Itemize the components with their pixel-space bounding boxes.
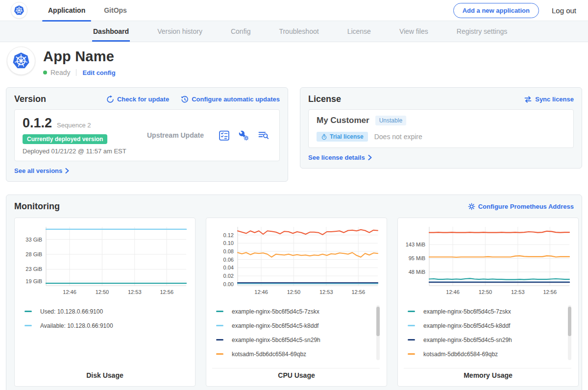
- svg-text:0.10: 0.10: [223, 240, 234, 246]
- add-application-button[interactable]: Add a new application: [453, 3, 539, 18]
- license-type-badge: Trial license: [317, 132, 368, 142]
- memory-usage-legend: example-nginx-5bc6f5d4c5-7zskxexample-ng…: [404, 304, 571, 368]
- svg-text:95 MiB: 95 MiB: [409, 255, 425, 261]
- deploy-logs-icon[interactable]: [258, 130, 270, 141]
- sync-license-link[interactable]: Sync license: [524, 96, 574, 103]
- legend-label: example-nginx-5bc6f5d4c5-k8ddf: [232, 322, 318, 329]
- disk-usage-panel: 19 GiB23 GiB28 GiB33 GiB12:4612:5012:531…: [14, 218, 196, 387]
- edit-config-link[interactable]: Edit config: [82, 69, 115, 76]
- stopwatch-icon: [321, 134, 327, 140]
- svg-text:12:56: 12:56: [160, 289, 173, 295]
- memory-usage-panel: 48 MiB95 MiB143 MiB12:4612:5012:5312:56 …: [397, 218, 579, 387]
- subnav-tab-registry-settings[interactable]: Registry settings: [456, 21, 508, 42]
- legend-swatch: [24, 325, 32, 326]
- legend-swatch: [408, 339, 415, 341]
- legend-swatch: [24, 311, 32, 312]
- legend-item: example-nginx-5bc6f5d4c5-7zskx: [408, 304, 571, 318]
- license-card: License Sync license My Customer Unstabl…: [300, 87, 582, 169]
- auto-update-clock-icon: [181, 96, 189, 103]
- svg-text:12:50: 12:50: [287, 289, 301, 295]
- chevron-right-icon: [368, 155, 372, 160]
- svg-text:12:53: 12:53: [511, 289, 525, 295]
- configure-prometheus-link[interactable]: Configure Prometheus Address: [468, 203, 574, 210]
- cpu-usage-chart: 0.000.020.040.060.080.100.1212:4612:5012…: [212, 223, 381, 297]
- version-number: 0.1.2: [23, 116, 52, 131]
- check-for-update-link[interactable]: Check for update: [106, 96, 169, 103]
- deployed-badge: Currently deployed version: [23, 134, 107, 144]
- legend-item: example-nginx-5bc6f5d4c5-k8ddf: [216, 318, 380, 333]
- app-status-text: Ready: [50, 69, 70, 76]
- legend-swatch: [216, 353, 223, 355]
- svg-text:12:50: 12:50: [479, 289, 492, 295]
- configure-auto-updates-link[interactable]: Configure automatic updates: [181, 96, 280, 103]
- svg-text:0.06: 0.06: [223, 257, 234, 263]
- svg-text:0.08: 0.08: [223, 248, 234, 254]
- legend-label: kotsadm-5db6dc6584-69qbz: [423, 351, 498, 358]
- legend-item: example-nginx-5bc6f5d4c5-7zskx: [216, 304, 380, 318]
- cpu-usage-legend: example-nginx-5bc6f5d4c5-7zskxexample-ng…: [212, 304, 380, 368]
- subnav-tab-troubleshoot[interactable]: Troubleshoot: [278, 21, 319, 42]
- legend-scrollbar[interactable]: [376, 305, 380, 360]
- svg-text:143 MiB: 143 MiB: [406, 242, 425, 247]
- chevron-right-icon: [65, 168, 69, 173]
- check-for-update-label: Check for update: [117, 96, 169, 103]
- memory-usage-title: Memory Usage: [404, 368, 572, 379]
- legend-swatch: [408, 353, 415, 355]
- svg-text:12:46: 12:46: [63, 289, 76, 295]
- nav-tab-application[interactable]: Application: [42, 0, 91, 21]
- svg-text:12:56: 12:56: [543, 289, 557, 295]
- memory-usage-chart: 48 MiB95 MiB143 MiB12:4612:5012:5312:56: [404, 223, 572, 297]
- legend-label: example-nginx-5bc6f5d4c5-7zskx: [232, 308, 319, 315]
- svg-text:12:50: 12:50: [96, 289, 109, 295]
- legend-swatch: [408, 311, 415, 312]
- legend-swatch: [408, 325, 415, 326]
- monitoring-card: Monitoring Configure Prometheus Address …: [6, 195, 582, 390]
- license-card-title: License: [308, 94, 341, 104]
- see-license-details-label: See license details: [308, 154, 365, 161]
- license-type-label: Trial license: [330, 133, 364, 140]
- svg-text:19 GiB: 19 GiB: [25, 278, 42, 284]
- svg-text:12:46: 12:46: [446, 289, 460, 295]
- legend-item: example-nginx-5bc6f5d4c5-sn29h: [216, 333, 380, 347]
- sync-icon: [524, 96, 532, 103]
- legend-scrollbar-thumb[interactable]: [376, 307, 380, 336]
- sync-license-label: Sync license: [535, 96, 574, 103]
- deployed-timestamp: Deployed 01/21/22 @ 11:57 am EST: [23, 147, 140, 155]
- license-expiry: Does not expire: [374, 133, 422, 141]
- subnav-tab-version-history[interactable]: Version history: [156, 21, 203, 42]
- nav-tab-gitops[interactable]: GitOps: [98, 0, 133, 21]
- legend-label: Used: 10.128.0.66:9100: [40, 308, 103, 315]
- legend-scrollbar-thumb[interactable]: [568, 307, 571, 336]
- svg-text:33 GiB: 33 GiB: [25, 237, 42, 243]
- legend-label: Available: 10.128.0.66:9100: [40, 322, 113, 329]
- cpu-usage-title: CPU Usage: [212, 368, 381, 379]
- channel-badge: Unstable: [375, 116, 406, 125]
- svg-text:0.00: 0.00: [223, 281, 234, 287]
- preflight-checks-icon[interactable]: [219, 130, 230, 141]
- legend-item: example-nginx-5bc6f5d4c5-sn29h: [408, 333, 571, 347]
- svg-text:0.02: 0.02: [223, 273, 234, 279]
- divider: [76, 69, 76, 76]
- license-detail-panel: My Customer Unstable Trial license Does …: [308, 109, 574, 148]
- legend-item: kotsadm-5db6dc6584-69qbz: [408, 347, 571, 361]
- subnav-tab-license[interactable]: License: [346, 21, 372, 42]
- see-all-versions-label: See all versions: [14, 167, 62, 174]
- kubernetes-logo-icon: [13, 4, 25, 16]
- legend-scrollbar[interactable]: [568, 305, 571, 360]
- svg-text:12:46: 12:46: [254, 289, 268, 295]
- view-config-wrench-icon[interactable]: [238, 130, 249, 141]
- see-license-details-link[interactable]: See license details: [308, 154, 372, 161]
- legend-item: kotsadm-5db6dc6584-69qbz: [216, 347, 380, 361]
- svg-text:28 GiB: 28 GiB: [25, 251, 42, 257]
- svg-text:48 MiB: 48 MiB: [409, 269, 425, 275]
- subnav-tab-dashboard[interactable]: Dashboard: [92, 21, 130, 42]
- disk-usage-chart: 19 GiB23 GiB28 GiB33 GiB12:4612:5012:531…: [21, 223, 189, 297]
- current-version-panel: 0.1.2 Sequence 2 Currently deployed vers…: [14, 109, 280, 161]
- top-navigation: Application GitOps Add a new application…: [0, 0, 588, 21]
- logout-button[interactable]: Log out: [552, 6, 576, 15]
- subnav-tab-view-files[interactable]: View files: [398, 21, 429, 42]
- legend-swatch: [216, 311, 223, 312]
- subnav-tab-config[interactable]: Config: [230, 21, 251, 42]
- see-all-versions-link[interactable]: See all versions: [14, 167, 69, 174]
- legend-label: example-nginx-5bc6f5d4c5-k8ddf: [423, 322, 510, 329]
